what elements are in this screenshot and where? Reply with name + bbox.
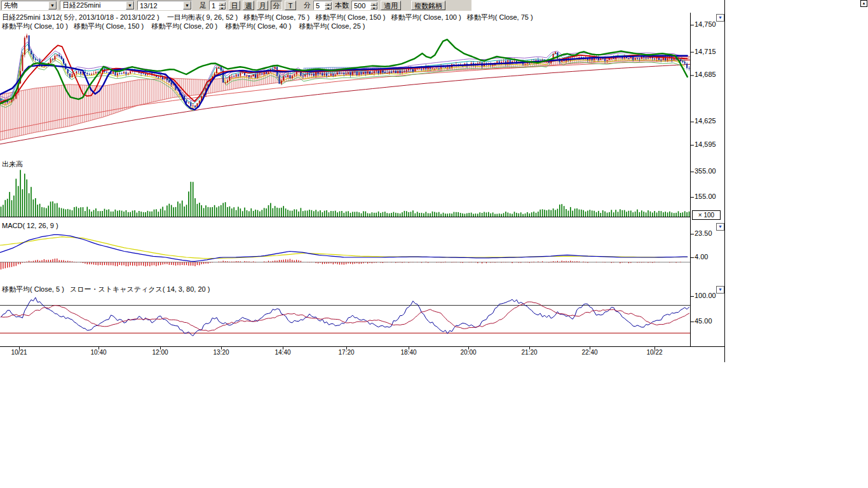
x-axis-label: 13:20 bbox=[213, 349, 229, 356]
instrument-type-select[interactable]: 先物 ▼ bbox=[1, 1, 57, 10]
minute-count-value: 5 bbox=[316, 2, 320, 10]
chevron-down-icon[interactable]: ▼ bbox=[126, 1, 134, 10]
x-axis-label: 18:40 bbox=[400, 349, 416, 356]
y-axis-label: 23.50 bbox=[695, 229, 712, 237]
chevron-up-icon: ▲ bbox=[862, 1, 866, 5]
x-axis-label: 17:20 bbox=[338, 349, 354, 356]
scrollbar-up-button[interactable]: ▲ bbox=[860, 0, 867, 7]
tf-month-button[interactable]: 月 bbox=[257, 1, 268, 10]
bar-count-label: 本数 bbox=[335, 1, 349, 10]
y-axis-label: 4.00 bbox=[695, 253, 708, 261]
instrument-type-value: 先物 bbox=[4, 1, 18, 10]
x-axis-label: 20:00 bbox=[460, 349, 476, 356]
price-panel-menu-button[interactable]: ▼ bbox=[716, 14, 724, 22]
contract-month-value: 13/12 bbox=[140, 2, 158, 10]
spinner-arrows-icon[interactable]: ▲▼ bbox=[370, 2, 377, 10]
x-axis-label: 10/22 bbox=[646, 349, 662, 356]
x-axis-label: 14:40 bbox=[275, 349, 290, 356]
macd-panel-label: MACD( 12, 26, 9 ) bbox=[2, 222, 58, 229]
y-axis-label: 45.00 bbox=[695, 317, 712, 325]
symbol-value: 日経225mini bbox=[62, 1, 101, 10]
chevron-down-icon[interactable]: ▼ bbox=[48, 1, 57, 10]
bar-interval-spinner[interactable]: 1 ▲▼ bbox=[209, 1, 226, 10]
y-axis-label: 100.00 bbox=[695, 292, 716, 299]
x-axis-label: 10/21 bbox=[11, 349, 27, 356]
y-axis-label: 155.00 bbox=[695, 193, 716, 200]
volume-panel-label: 出来高 bbox=[2, 159, 23, 169]
scale-multiplier-box: × 100 bbox=[692, 210, 721, 220]
x-axis-label: 10:40 bbox=[90, 349, 106, 356]
tf-tick-button[interactable]: T bbox=[285, 1, 296, 10]
y-axis-label: 14,715 bbox=[695, 48, 716, 55]
chevron-down-icon: ▼ bbox=[718, 15, 722, 20]
price-panel-legend-line2: 移動平均( Close, 10 ) 移動平均( Close, 150 ) 移動平… bbox=[2, 22, 365, 31]
tf-day-button[interactable]: 日 bbox=[229, 1, 240, 10]
toolbar: 先物 ▼ 日経225mini ▼ 13/12 ▼ 足 1 ▲▼ 日 週 月 分 … bbox=[0, 0, 471, 11]
spinner-arrows-icon[interactable]: ▲▼ bbox=[325, 2, 332, 10]
stochastics-panel-label: 移動平均( Close, 5 ) スロー・ストキャスティクス( 14, 3, 8… bbox=[2, 285, 210, 294]
minute-label: 分 bbox=[304, 1, 311, 10]
bar-type-label: 足 bbox=[200, 1, 207, 10]
y-axis-label: 14,625 bbox=[695, 117, 716, 125]
x-axis-label: 22:40 bbox=[581, 349, 597, 356]
minute-count-spinner[interactable]: 5 ▲▼ bbox=[313, 1, 332, 10]
bar-interval-value: 1 bbox=[212, 2, 215, 10]
apply-button[interactable]: 適用 bbox=[381, 1, 401, 10]
macd-panel-menu-button[interactable]: ▼ bbox=[716, 223, 724, 231]
y-axis-label: 14,750 bbox=[695, 20, 716, 28]
bar-count-spinner[interactable]: 500 ▲▼ bbox=[351, 1, 378, 10]
y-axis-label: 355.00 bbox=[695, 167, 716, 175]
chart-application-window: 先物 ▼ 日経225mini ▼ 13/12 ▼ 足 1 ▲▼ 日 週 月 分 … bbox=[0, 0, 868, 488]
chart-plot-area[interactable] bbox=[0, 0, 725, 362]
spinner-arrows-icon[interactable]: ▲▼ bbox=[219, 2, 226, 10]
multi-symbol-button[interactable]: 複数銘柄 bbox=[411, 1, 445, 10]
price-panel-legend-line1: 日経225mini 13/12( 5分, 2013/10/18 - 2013/1… bbox=[2, 13, 533, 22]
y-axis-label: 14,685 bbox=[695, 71, 716, 78]
chevron-down-icon[interactable]: ▼ bbox=[183, 1, 191, 10]
tf-minute-button[interactable]: 分 bbox=[271, 1, 282, 10]
y-axis-label: 14,595 bbox=[695, 140, 716, 148]
chevron-down-icon: ▼ bbox=[718, 224, 722, 229]
x-axis-label: 12:00 bbox=[152, 349, 168, 356]
tf-week-button[interactable]: 週 bbox=[243, 1, 254, 10]
stochastics-panel-menu-button[interactable]: ▼ bbox=[716, 286, 724, 294]
bar-count-value: 500 bbox=[354, 2, 365, 10]
x-axis-label: 21:20 bbox=[521, 349, 537, 356]
symbol-select[interactable]: 日経225mini ▼ bbox=[60, 1, 135, 10]
contract-month-select[interactable]: 13/12 ▼ bbox=[137, 1, 192, 10]
chevron-down-icon: ▼ bbox=[718, 287, 722, 292]
